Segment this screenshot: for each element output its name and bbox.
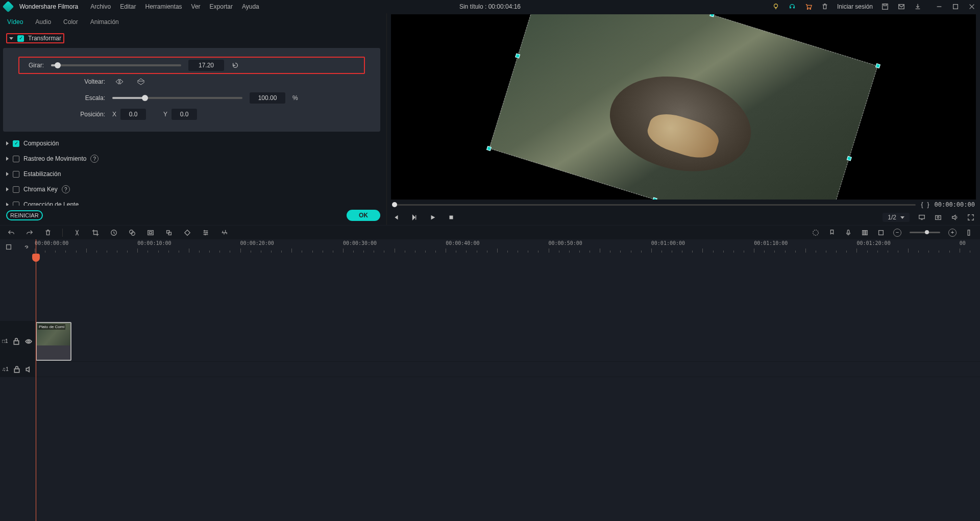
trash-icon[interactable] (821, 3, 829, 11)
timeline-zoom-slider[interactable] (910, 232, 940, 233)
save-icon[interactable] (881, 3, 889, 11)
adjust-button[interactable] (202, 229, 210, 237)
escala-input[interactable] (250, 92, 285, 104)
preview-zoom-select[interactable]: 1/2 (883, 213, 910, 222)
speed-button[interactable] (110, 229, 118, 237)
girar-slider[interactable] (51, 64, 181, 66)
help-icon[interactable]: ? (62, 185, 70, 193)
menu-ver[interactable]: Ver (191, 3, 201, 10)
tips-icon[interactable] (772, 3, 780, 11)
section-chroma[interactable]: Chroma Key ? (3, 182, 380, 197)
minimize-button[interactable] (935, 3, 943, 11)
lock-icon[interactable] (13, 365, 21, 374)
video-frame[interactable] (489, 14, 878, 200)
reiniciar-button[interactable]: REINICIAR (6, 210, 43, 220)
undo-button[interactable] (7, 229, 15, 237)
mute-icon[interactable] (24, 365, 33, 374)
prev-frame-button[interactable] (392, 213, 400, 221)
fullscreen-icon[interactable] (967, 213, 975, 221)
audio-track[interactable]: ♫1 (0, 362, 980, 377)
mail-icon[interactable] (897, 3, 905, 11)
display-icon[interactable] (918, 213, 926, 221)
tab-animacion[interactable]: Animación (90, 18, 119, 26)
color-button[interactable] (128, 229, 136, 237)
lock-icon[interactable] (12, 337, 20, 345)
detach-button[interactable] (165, 229, 173, 237)
menu-archivo[interactable]: Archivo (90, 3, 111, 10)
marker-icon[interactable] (828, 229, 836, 237)
redo-button[interactable] (26, 229, 34, 237)
crop-button[interactable] (91, 229, 100, 237)
render-icon[interactable] (877, 229, 885, 237)
zoom-in-button[interactable]: + (948, 229, 957, 237)
chroma-checkbox[interactable] (13, 186, 19, 193)
lente-checkbox[interactable] (13, 202, 19, 206)
resize-handle[interactable] (486, 145, 492, 151)
menu-editar[interactable]: Editar (120, 3, 136, 10)
section-transformar[interactable]: Transformar (3, 31, 380, 46)
download-icon[interactable] (914, 3, 922, 11)
video-clip[interactable]: Plato de Comi (36, 322, 71, 361)
snap-icon[interactable] (5, 243, 13, 251)
composicion-checkbox[interactable] (13, 140, 19, 147)
transformar-checkbox[interactable] (17, 35, 24, 42)
resize-handle[interactable] (515, 53, 520, 58)
section-composicion[interactable]: Composición (3, 136, 380, 151)
record-icon[interactable] (844, 229, 852, 237)
mark-out-icon[interactable]: } (927, 201, 929, 208)
mixer-icon[interactable] (812, 229, 820, 237)
play-pause-button[interactable] (410, 213, 419, 221)
properties-scroll[interactable]: Transformar Girar: Volte (0, 31, 386, 206)
delete-button[interactable] (44, 229, 52, 237)
tab-color[interactable]: Color (63, 18, 78, 26)
playhead[interactable] (36, 239, 36, 521)
audio-sync-button[interactable] (220, 229, 228, 237)
estabilizacion-checkbox[interactable] (13, 171, 19, 178)
maximize-button[interactable] (951, 3, 960, 11)
zoom-fit-button[interactable] (965, 229, 973, 237)
mark-in-icon[interactable]: { (921, 201, 923, 208)
escala-slider[interactable] (112, 97, 242, 99)
girar-input[interactable] (188, 60, 224, 71)
stop-button[interactable] (447, 213, 455, 221)
resize-handle[interactable] (652, 197, 657, 200)
signin-button[interactable]: Iniciar sesión (837, 3, 873, 10)
support-icon[interactable] (788, 3, 796, 11)
audio-track-body[interactable] (35, 362, 980, 377)
scrub-track[interactable] (392, 204, 916, 206)
close-button[interactable] (968, 3, 976, 11)
video-track[interactable]: □1 Plato de Comi (0, 321, 980, 362)
resize-handle[interactable] (875, 63, 880, 68)
help-icon[interactable]: ? (90, 155, 99, 163)
ok-button[interactable]: OK (347, 210, 380, 221)
mixer2-icon[interactable] (861, 229, 869, 237)
section-estabilizacion[interactable]: Estabilización (3, 166, 380, 182)
tab-audio[interactable]: Audio (35, 18, 51, 26)
snapshot-icon[interactable] (934, 213, 942, 221)
eye-icon[interactable] (24, 337, 33, 345)
resize-handle[interactable] (709, 14, 715, 17)
girar-reset-icon[interactable] (231, 61, 239, 69)
zoom-out-button[interactable]: − (893, 229, 901, 237)
preview-canvas[interactable] (391, 14, 976, 200)
menu-exportar[interactable]: Exportar (210, 3, 233, 10)
volume-icon[interactable] (950, 213, 959, 221)
menu-ayuda[interactable]: Ayuda (242, 3, 259, 10)
menu-herramientas[interactable]: Herramientas (145, 3, 182, 10)
timeline-ruler[interactable]: 00:00:00:0000:00:10:0000:00:20:0000:00:3… (35, 239, 980, 255)
tab-video[interactable]: Vídeo (7, 18, 23, 26)
video-track-body[interactable]: Plato de Comi (35, 321, 980, 361)
cart-icon[interactable] (804, 3, 813, 11)
section-lente[interactable]: Corrección de Lente (3, 197, 380, 206)
link-icon[interactable] (22, 243, 30, 251)
green-screen-button[interactable] (146, 229, 155, 237)
posicion-x-input[interactable] (120, 109, 146, 120)
resize-handle[interactable] (847, 156, 852, 161)
rastreo-checkbox[interactable] (13, 156, 19, 162)
section-rastreo[interactable]: Rastreo de Movimiento ? (3, 151, 380, 166)
keyframe-button[interactable] (183, 229, 191, 237)
split-button[interactable] (73, 229, 81, 237)
flip-horizontal-button[interactable] (112, 77, 127, 87)
posicion-y-input[interactable] (172, 109, 197, 120)
flip-vertical-button[interactable] (134, 77, 148, 87)
